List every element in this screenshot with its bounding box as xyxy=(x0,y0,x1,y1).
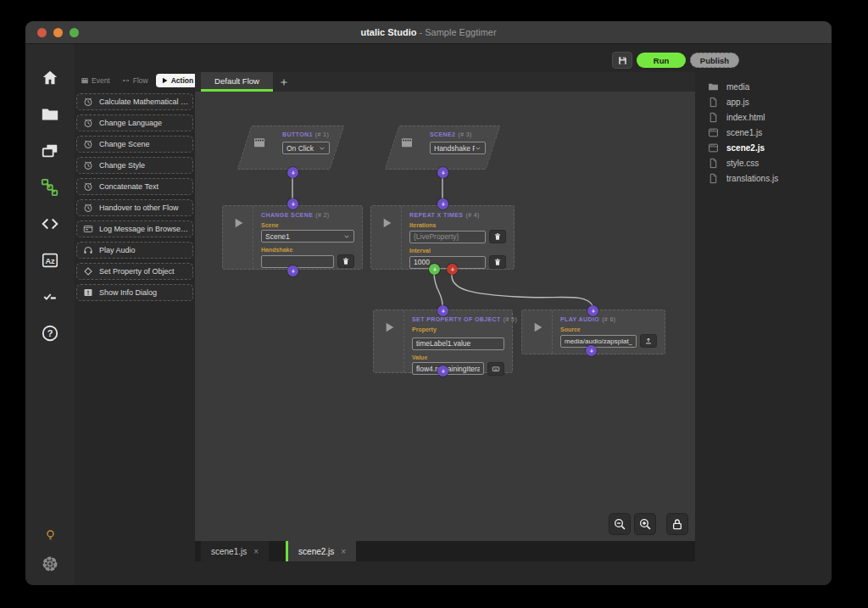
palette-item-change-scene[interactable]: Change Scene xyxy=(76,136,193,153)
file-item-app-js[interactable]: app.js xyxy=(695,94,832,109)
iterations-input[interactable] xyxy=(409,231,486,243)
expression-editor-button[interactable] xyxy=(487,362,504,376)
file-item-index-html[interactable]: index.html xyxy=(695,109,832,125)
port-repeat-loop-out[interactable] xyxy=(429,264,440,275)
port-scene2-out[interactable] xyxy=(437,167,448,178)
rail-item-home[interactable] xyxy=(39,67,61,89)
upload-audio-button[interactable] xyxy=(640,334,657,348)
tab-flow[interactable]: Flow xyxy=(118,74,153,87)
palette-item-set-property[interactable]: Set Property of Object xyxy=(76,263,193,280)
port-set-property-out[interactable] xyxy=(437,365,448,377)
zoom-in-button[interactable] xyxy=(634,513,656,535)
node-set-property[interactable]: SET PROPERTY OF OBJECT(# 5) Property Val… xyxy=(373,310,513,373)
node-button1[interactable]: BUTTON1(# 1) On Click xyxy=(244,126,337,170)
palette-item-log-message[interactable]: Log Message in Browse… xyxy=(76,220,193,237)
field-label-interval: Interval xyxy=(409,248,506,254)
play-icon xyxy=(160,76,169,85)
property-input[interactable] xyxy=(412,337,504,350)
port-set-property-in[interactable] xyxy=(437,305,448,316)
add-flow-tab-button[interactable] xyxy=(273,72,295,92)
editor-tab-scene1-js[interactable]: scene1.js × xyxy=(201,541,269,561)
minimize-window-button[interactable] xyxy=(53,28,63,37)
palette-item-label: Handover to other Flow xyxy=(99,204,179,212)
rail-item-help[interactable] xyxy=(39,322,61,344)
node-change-scene[interactable]: CHANGE SCENE(# 2) Scene Scene1 Handshake xyxy=(222,205,363,270)
node-repeat-x-times[interactable]: REPEAT X TIMES(# 4) Iterations Interval xyxy=(370,205,515,270)
source-input[interactable] xyxy=(560,335,637,348)
port-change-scene-in[interactable] xyxy=(287,198,298,209)
editor-tab-scene2-js[interactable]: scene2.js × xyxy=(286,541,356,561)
file-item-scene2-js[interactable]: scene2.js xyxy=(695,140,832,155)
rail-item-tips[interactable] xyxy=(39,524,61,546)
port-repeat-done-out[interactable] xyxy=(447,264,458,275)
scene-select[interactable]: Scene1 xyxy=(261,230,354,243)
node-number: (# 1) xyxy=(315,131,329,137)
palette-item-label: Play Audio xyxy=(99,246,136,254)
palette-item-play-audio[interactable]: Play Audio xyxy=(76,242,193,259)
tab-action-label: Action xyxy=(171,76,193,85)
file-item-media[interactable]: media xyxy=(695,79,832,94)
palette-item-label: Show Info Dialog xyxy=(99,288,157,297)
tab-event[interactable]: Event xyxy=(76,74,114,87)
rail-item-scenes[interactable] xyxy=(39,140,61,162)
palette-item-label: Change Language xyxy=(99,119,162,127)
palette-item-change-language[interactable]: Change Language xyxy=(76,114,193,131)
clock-icon xyxy=(83,203,93,213)
save-button[interactable] xyxy=(612,52,632,69)
rail-item-code[interactable] xyxy=(39,213,61,235)
arrow-down-icon xyxy=(290,268,297,275)
node-title: REPEAT X TIMES(# 4) xyxy=(409,212,506,218)
zoom-out-button[interactable] xyxy=(609,513,631,535)
maximize-window-button[interactable] xyxy=(70,28,79,37)
file-item-style-css[interactable]: style.css xyxy=(695,155,832,170)
node-icon-col xyxy=(374,310,404,372)
clear-field-button[interactable] xyxy=(489,230,506,243)
port-change-scene-out[interactable] xyxy=(287,265,298,276)
tab-action[interactable]: Action xyxy=(156,74,198,87)
trash-icon xyxy=(342,257,350,265)
file-label: style.css xyxy=(726,159,759,168)
field-label-scene: Scene xyxy=(261,222,354,228)
palette-item-label: Set Property of Object xyxy=(99,267,175,276)
port-repeat-in[interactable] xyxy=(437,198,448,209)
handshake-input[interactable] xyxy=(261,255,334,268)
tab-event-label: Event xyxy=(92,76,110,85)
lock-canvas-button[interactable] xyxy=(666,513,688,535)
file-item-scene1-js[interactable]: scene1.js xyxy=(695,125,832,140)
port-button1-out[interactable] xyxy=(287,167,298,178)
palette-item-change-style[interactable]: Change Style xyxy=(76,157,193,174)
close-tab-icon[interactable]: × xyxy=(253,547,259,556)
rail-item-translations[interactable] xyxy=(39,249,61,271)
rail-item-settings[interactable] xyxy=(39,553,61,575)
file-item-translations-js[interactable]: translations.js xyxy=(695,170,832,186)
close-tab-icon[interactable]: × xyxy=(341,547,346,556)
port-play-audio-out[interactable] xyxy=(586,345,597,356)
clear-field-button[interactable] xyxy=(337,254,354,268)
arrow-down-icon xyxy=(431,266,438,273)
publish-button[interactable]: Publish xyxy=(690,53,739,68)
flow-icon xyxy=(41,178,59,197)
port-play-audio-in[interactable] xyxy=(587,305,598,316)
node-number: (# 5) xyxy=(504,316,517,322)
node-title-text: BUTTON1 xyxy=(282,131,313,137)
palette-item-concatenate-text[interactable]: Concatenate Text xyxy=(76,178,193,195)
chevron-down-icon xyxy=(475,145,481,152)
clear-field-button[interactable] xyxy=(489,255,506,269)
flow-canvas[interactable]: Default Flow BUTTON1(# 1) On Click xyxy=(195,72,695,541)
event-type-select[interactable]: Handshake Frc xyxy=(430,142,486,154)
rail-item-files[interactable] xyxy=(39,103,61,126)
node-scene2[interactable]: SCENE2(# 3) Handshake Frc xyxy=(392,126,493,170)
palette-item-show-info-dialog[interactable]: Show Info Dialog xyxy=(76,284,193,301)
clock-icon xyxy=(83,181,93,192)
close-window-button[interactable] xyxy=(37,28,47,37)
scene-icon xyxy=(708,127,719,138)
rail-item-tasks[interactable] xyxy=(39,286,61,308)
palette-item-label: Change Style xyxy=(99,161,145,170)
node-title-text: SCENE2 xyxy=(430,131,455,137)
flow-tab-default[interactable]: Default Flow xyxy=(201,72,273,92)
rail-item-flows[interactable] xyxy=(39,176,61,198)
event-type-select[interactable]: On Click xyxy=(282,142,330,154)
run-button[interactable]: Run xyxy=(637,53,686,68)
palette-item-handover-flow[interactable]: Handover to other Flow xyxy=(76,199,193,216)
palette-item-calculate-mathematical[interactable]: Calculate Mathematical … xyxy=(76,93,193,110)
